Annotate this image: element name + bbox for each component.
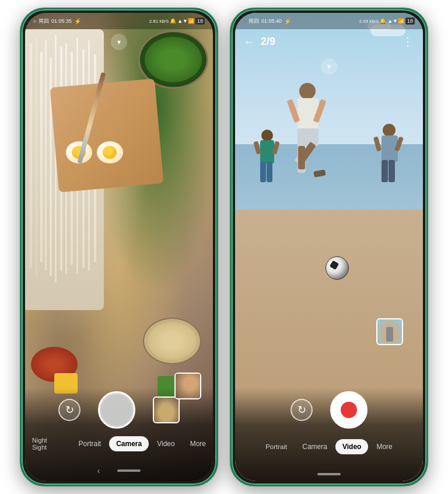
record-button-right[interactable] <box>330 391 368 429</box>
speed-unit-left: KB/S <box>159 19 169 23</box>
thumb-figure <box>386 327 393 342</box>
speed-unit-right: KB/S <box>369 19 379 23</box>
right-figure <box>373 124 411 214</box>
dropdown-arrow-right[interactable]: ▾ <box>321 58 337 75</box>
tab-camera-right[interactable]: Camera <box>295 439 334 454</box>
left-head <box>261 130 273 141</box>
record-dot-right <box>341 402 357 418</box>
camera-buttons-row-right: ↻ <box>235 391 423 429</box>
left-figure <box>253 130 288 223</box>
gallery-button-left[interactable] <box>153 396 180 423</box>
status-right-right-phone: 2.09 KB/S 🔔 ▲▼📶 18 <box>359 18 415 25</box>
right-leg-left <box>382 160 388 182</box>
nav-bar-right <box>235 473 423 475</box>
status-bar-right: 周四 01:05:40 ⚡ 2.09 KB/S 🔔 ▲▼📶 18 <box>235 13 423 29</box>
shutter-inner-left <box>102 395 132 425</box>
phone-screen-right: 周四 01:05:40 ⚡ 2.09 KB/S 🔔 ▲▼📶 18 ← 2/9 ⋮ <box>235 13 423 481</box>
tab-camera-left[interactable]: Camera <box>109 436 149 451</box>
left-phone: 周四 01:05:35 ⚡ 2.81 KB/S 🔔 ▲▼📶 18 ▾ <box>20 8 218 486</box>
camera-controls-left: ↻ Night Sight Portrait Camera Video More <box>25 388 213 481</box>
phone-frame-right: 周四 01:05:40 ⚡ 2.09 KB/S 🔔 ▲▼📶 18 ← 2/9 ⋮ <box>230 8 428 486</box>
back-button-right[interactable]: ← <box>243 35 255 48</box>
signal-icons-left: ▲▼📶 <box>177 18 194 24</box>
photo-header-right: ← 2/9 ⋮ <box>235 29 423 54</box>
thumb-preview-right <box>377 319 402 344</box>
nav-bar-left: ‹ <box>25 466 213 475</box>
chevron-down-icon-left: ▾ <box>117 38 121 46</box>
phone-frame-left: 周四 01:05:35 ⚡ 2.81 KB/S 🔔 ▲▼📶 18 ▾ <box>20 8 218 486</box>
noodle-1 <box>30 43 32 268</box>
noodle-4 <box>45 40 47 271</box>
tab-more-left[interactable]: More <box>183 436 213 451</box>
status-left-section: 周四 01:05:35 ⚡ <box>33 18 81 25</box>
status-dot <box>33 20 36 23</box>
soccer-ball <box>326 256 349 280</box>
cutting-board <box>50 78 163 192</box>
lightning-icon: ⚡ <box>74 18 81 25</box>
tab-video-right[interactable]: Video <box>335 439 368 454</box>
nav-home-indicator-right <box>317 473 341 475</box>
grain-bowl <box>143 318 201 364</box>
main-foot <box>313 169 326 177</box>
battery-right: 18 <box>405 18 415 25</box>
egg-2 <box>97 141 123 163</box>
alarm-icon-left: 🔔 <box>170 18 176 24</box>
flip-camera-button-right[interactable]: ↻ <box>290 399 313 421</box>
thumb-preview-left <box>176 374 200 398</box>
status-time-right: 01:05:40 <box>261 18 282 24</box>
right-arm-left <box>373 136 382 151</box>
nav-back-left[interactable]: ‹ <box>97 466 100 475</box>
status-time-left: 01:05:35 <box>51 18 72 24</box>
eggs-area <box>66 141 123 163</box>
tab-portrait-right[interactable]: Portrait <box>258 440 294 454</box>
flip-icon-right: ↻ <box>298 403 306 416</box>
tab-more-right[interactable]: More <box>369 439 399 454</box>
status-left-right-phone: 周四 01:05:40 ⚡ <box>243 18 291 25</box>
mode-tabs-row-right: Portrait Camera Video More <box>235 439 423 454</box>
status-day-right: 周四 <box>249 18 259 25</box>
noodle-3 <box>40 51 43 262</box>
egg-yolk-2 <box>103 146 117 159</box>
speed-right: 2.09 <box>359 19 369 24</box>
right-leg-right <box>388 160 395 182</box>
status-day-left: 周四 <box>38 18 49 25</box>
battery-left: 18 <box>195 18 205 25</box>
speed-left: 2.81 <box>149 19 159 24</box>
status-bar-left: 周四 01:05:35 ⚡ 2.81 KB/S 🔔 ▲▼📶 18 <box>25 13 213 29</box>
gallery-button-right[interactable] <box>376 318 403 345</box>
tab-portrait-left[interactable]: Portrait <box>71 436 108 451</box>
gallery-thumbnail-left[interactable] <box>174 373 201 399</box>
flip-camera-button-left[interactable]: ↻ <box>58 399 80 421</box>
flip-icon-left: ↻ <box>65 403 74 416</box>
status-dot-right <box>243 20 246 23</box>
more-menu-button-right[interactable]: ⋮ <box>402 34 415 48</box>
main-figure <box>288 83 346 223</box>
lightning-icon-right: ⚡ <box>284 18 291 25</box>
shutter-button-left[interactable] <box>98 391 135 429</box>
dropdown-arrow-left[interactable]: ▾ <box>111 34 127 50</box>
tab-night-sight-left[interactable]: Night Sight <box>25 433 70 454</box>
phone-screen-left: 周四 01:05:35 ⚡ 2.81 KB/S 🔔 ▲▼📶 18 ▾ <box>25 13 213 481</box>
chevron-down-icon-right: ▾ <box>327 62 331 71</box>
main-head <box>299 83 316 99</box>
left-leg-left <box>260 162 266 182</box>
right-phone: 周四 01:05:40 ⚡ 2.09 KB/S 🔔 ▲▼📶 18 ← 2/9 ⋮ <box>230 8 428 486</box>
nav-home-indicator-left <box>117 469 141 472</box>
right-head <box>383 124 396 137</box>
left-leg-right <box>267 162 272 182</box>
mode-tabs-row-left: Night Sight Portrait Camera Video More <box>25 433 213 454</box>
signal-icons-right: ▲▼📶 <box>387 18 404 24</box>
alarm-icon-right: 🔔 <box>380 18 386 24</box>
status-right-section: 2.81 KB/S 🔔 ▲▼📶 18 <box>149 18 205 25</box>
tab-video-left[interactable]: Video <box>150 436 181 451</box>
noodle-2 <box>36 37 37 276</box>
camera-controls-right: ↻ Portrait Camera Video More <box>235 388 423 481</box>
photo-counter-right: 2/9 <box>261 36 402 48</box>
